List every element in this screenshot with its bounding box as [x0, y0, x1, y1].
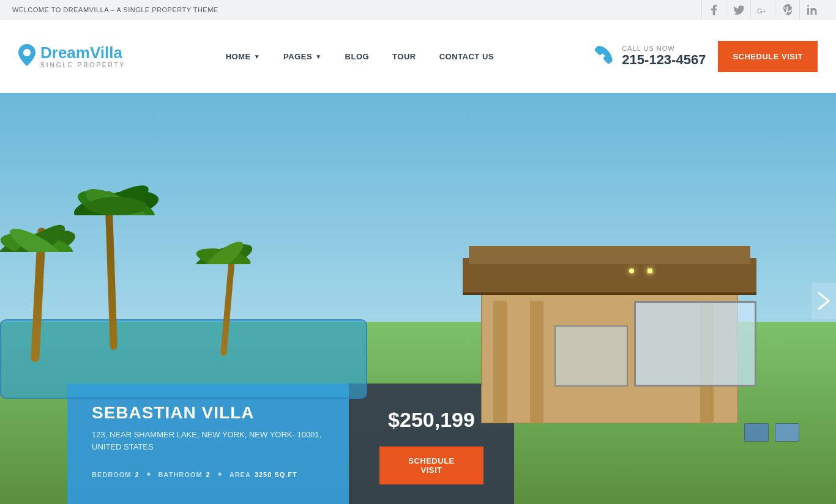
call-label: CALL US NOW [622, 45, 706, 52]
schedule-visit-hero-button[interactable]: SCHEDULE VISIT [379, 447, 483, 484]
palm-tree-3 [220, 246, 226, 356]
call-text-block: CALL US NOW 215-123-4567 [622, 45, 706, 68]
phone-icon [594, 45, 613, 69]
pinterest-icon[interactable] [775, 0, 799, 20]
social-icons-group: G+ [701, 0, 824, 20]
address-line2: UNITED STATES [92, 442, 154, 451]
linkedin-icon[interactable] [799, 0, 824, 20]
svg-point-11 [86, 197, 147, 215]
schedule-visit-header-button[interactable]: SCHEDULE VISIT [718, 41, 818, 72]
hero-section: SEBASTIAN VILLA 123, NEAR SHAMMER LAKE, … [0, 93, 836, 504]
svg-text:G+: G+ [757, 7, 766, 14]
call-number: 215-123-4567 [622, 52, 706, 68]
spec-area: AREA 3250 SQ.FT [230, 471, 297, 478]
nav-contact[interactable]: CONTACT US [431, 20, 502, 93]
logo-part1: Dream [40, 43, 90, 62]
logo-part2: Villa [90, 43, 122, 62]
address-line1: 123, NEAR SHAMMER LAKE, NEW YORK, NEW YO… [92, 430, 321, 439]
pages-dropdown-arrow: ▼ [315, 53, 321, 60]
property-address: 123, NEAR SHAMMER LAKE, NEW YORK, NEW YO… [92, 429, 324, 453]
logo-text: DreamVilla SINGLE PROPERTY [40, 45, 125, 69]
spec-bedroom: BEDROOM 2 [92, 471, 140, 478]
welcome-text: WELCOME TO DREAMVILLA – A SINGLE PROPERT… [12, 6, 218, 13]
header: DreamVilla SINGLE PROPERTY HOME ▼ PAGES … [0, 20, 836, 93]
home-dropdown-arrow: ▼ [254, 53, 260, 60]
property-info-panel: SEBASTIAN VILLA 123, NEAR SHAMMER LAKE, … [67, 384, 349, 504]
google-plus-icon[interactable]: G+ [750, 0, 775, 20]
call-block: CALL US NOW 215-123-4567 [594, 45, 706, 69]
property-title: SEBASTIAN VILLA [92, 403, 324, 423]
nav-home[interactable]: HOME ▼ [217, 20, 269, 93]
nav-pages[interactable]: PAGES ▼ [275, 20, 330, 93]
hero-next-arrow[interactable] [812, 283, 836, 319]
logo[interactable]: DreamVilla SINGLE PROPERTY [18, 44, 125, 69]
top-bar: WELCOME TO DREAMVILLA – A SINGLE PROPERT… [0, 0, 836, 20]
palm-tree-1 [31, 228, 39, 362]
svg-point-2 [807, 5, 809, 7]
palm-tree-2 [110, 191, 118, 350]
twitter-icon[interactable] [726, 0, 750, 20]
logo-pin-icon [18, 44, 35, 69]
facebook-icon[interactable] [701, 0, 726, 20]
header-right: CALL US NOW 215-123-4567 SCHEDULE VISIT [594, 41, 818, 72]
svg-rect-1 [807, 8, 809, 15]
property-specs: BEDROOM 2 • BATHROOM 2 • AREA 3250 SQ.FT [92, 467, 324, 481]
spec-dot-2: • [218, 467, 222, 481]
pool [0, 319, 367, 399]
nav-blog[interactable]: BLOG [337, 20, 378, 93]
spec-bathroom: BATHROOM 2 [159, 471, 211, 478]
logo-main-text: DreamVilla [40, 45, 125, 61]
main-nav: HOME ▼ PAGES ▼ BLOG TOUR CONTACT US [217, 20, 502, 93]
logo-subtitle: SINGLE PROPERTY [40, 62, 125, 69]
house-structure [420, 191, 787, 423]
spec-dot-1: • [147, 467, 151, 481]
nav-tour[interactable]: TOUR [384, 20, 425, 93]
